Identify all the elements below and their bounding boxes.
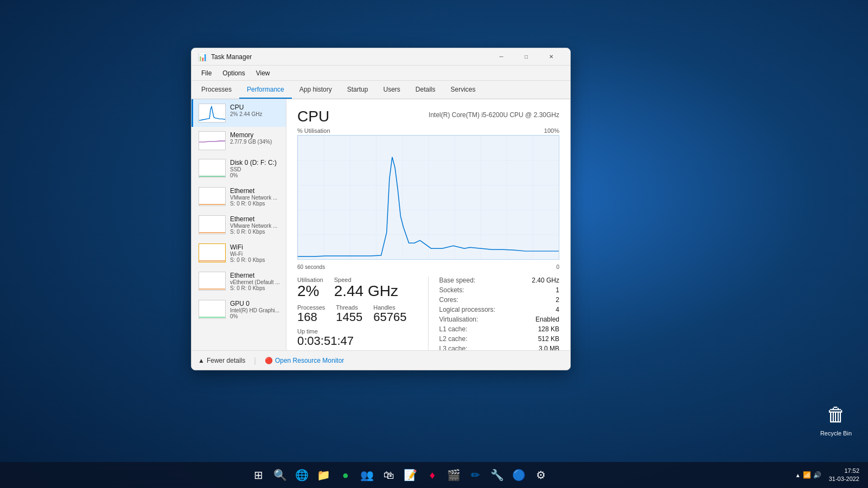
minimize-button[interactable]: ─ — [489, 48, 514, 66]
window-title: Task Manager — [211, 53, 489, 61]
vscode-icon[interactable]: ✏ — [466, 465, 486, 485]
graph-time-left: 60 seconds — [297, 264, 325, 270]
tab-details[interactable]: Details — [408, 81, 443, 99]
spec-l3-label: L3 cache: — [439, 345, 468, 350]
wifi-info: WiFi Wi-Fi S: 0 R: 0 Kbps — [230, 243, 280, 263]
tab-startup[interactable]: Startup — [340, 81, 376, 99]
spec-l3-value: 3.0 MB — [539, 345, 559, 350]
spec-logical-value: 4 — [556, 306, 559, 313]
proc-value: 168 — [297, 311, 325, 324]
fewer-details-btn[interactable]: ▲ Fewer details — [198, 357, 245, 364]
browser2-icon[interactable]: 🔵 — [509, 465, 529, 485]
cpu-panel-header: CPU Intel(R) Core(TM) i5-6200U CPU @ 2.3… — [297, 108, 559, 125]
disk-info: Disk 0 (D: F: C:) SSD 0% — [230, 159, 280, 178]
spec-sockets: Sockets: 1 — [439, 286, 560, 294]
speed-stat-value: 2.44 GHz — [334, 283, 398, 300]
taskbar-clock[interactable]: 17:52 31-03-2022 — [825, 467, 864, 484]
files-icon[interactable]: 📁 — [314, 465, 334, 485]
threads-label: Threads — [336, 304, 362, 311]
sidebar-item-ethernet2[interactable]: Ethernet VMware Network ... S: 0 R: 0 Kb… — [192, 211, 286, 239]
store-icon[interactable]: 🛍 — [379, 465, 399, 485]
cpu-sub: 2% 2.44 GHz — [230, 111, 280, 117]
search-button[interactable]: 🔍 — [271, 465, 290, 485]
spec-sockets-value: 1 — [556, 286, 559, 294]
sidebar-item-memory[interactable]: Memory 2.7/7.9 GB (34%) — [192, 127, 286, 155]
spec-cores-label: Cores: — [439, 296, 458, 304]
sidebar-item-wifi[interactable]: WiFi Wi-Fi S: 0 R: 0 Kbps — [192, 239, 286, 267]
teams-icon[interactable]: 👥 — [358, 465, 377, 485]
settings-icon[interactable]: ⚙ — [531, 465, 551, 485]
memory-sub: 2.7/7.9 GB (34%) — [230, 139, 280, 145]
graph-time-right: 0 — [556, 264, 559, 270]
tab-processes[interactable]: Processes — [194, 81, 239, 99]
tray-volume[interactable]: 🔊 — [813, 471, 821, 479]
spec-cores-value: 2 — [556, 296, 559, 304]
handles-group: Handles 65765 — [373, 304, 406, 324]
disk-sub2: 0% — [230, 172, 280, 178]
eth2-sub1: VMware Network ... — [230, 223, 280, 229]
game-icon[interactable]: ♦ — [423, 465, 442, 485]
task-manager-window: 📊 Task Manager ─ □ ✕ File Options View P… — [191, 48, 571, 370]
memory-thumb — [199, 131, 226, 150]
tab-services[interactable]: Services — [443, 81, 483, 99]
eth2-thumb — [199, 215, 226, 234]
spec-base-speed: Base speed: 2.40 GHz — [439, 277, 560, 284]
sidebar-item-disk[interactable]: Disk 0 (D: F: C:) SSD 0% — [192, 155, 286, 183]
spec-virt-value: Enabled — [535, 316, 559, 323]
resource-icon: 🔴 — [265, 357, 273, 364]
spec-l1: L1 cache: 128 KB — [439, 325, 560, 333]
eth1-name: Ethernet — [230, 187, 280, 195]
stats-left: Utilisation 2% Speed 2.44 GHz Proces — [297, 277, 429, 350]
recycle-bin[interactable]: 🗑 Recycle Bin — [820, 402, 852, 436]
gpu-info: GPU 0 Intel(R) HD Graphi... 0% — [230, 300, 280, 319]
fewer-details-label: Fewer details — [207, 357, 245, 364]
eth3-sub1: vEthernet (Default ... — [230, 279, 280, 285]
browser-icon[interactable]: 🌐 — [292, 465, 312, 485]
tab-performance[interactable]: Performance — [239, 81, 292, 99]
eth3-sub2: S: 0 R: 0 Kbps — [230, 285, 280, 291]
specs-panel: Base speed: 2.40 GHz Sockets: 1 Cores: 2 — [429, 277, 560, 350]
recycle-bin-icon: 🗑 — [823, 402, 849, 428]
uptime-group: Up time 0:03:51:47 — [297, 328, 417, 348]
tab-app-history[interactable]: App history — [292, 81, 340, 99]
desktop: 🗑 Recycle Bin 📊 Task Manager ─ □ ✕ File … — [0, 0, 868, 488]
sidebar-item-gpu[interactable]: GPU 0 Intel(R) HD Graphi... 0% — [192, 296, 286, 324]
sidebar-item-ethernet1[interactable]: Ethernet VMware Network ... S: 0 R: 0 Kb… — [192, 183, 286, 211]
menu-view[interactable]: View — [251, 67, 276, 79]
sidebar: CPU 2% 2.44 GHz Memory 2.7/7.9 GB (34%) — [192, 99, 286, 350]
start-button[interactable]: ⊞ — [249, 465, 269, 485]
cpu-title: CPU — [297, 108, 329, 125]
sidebar-item-ethernet3[interactable]: Ethernet vEthernet (Default ... S: 0 R: … — [192, 267, 286, 296]
spec-l1-label: L1 cache: — [439, 325, 468, 333]
util-label: % Utilisation — [297, 127, 330, 134]
tray-expand[interactable]: ▲ — [795, 472, 801, 478]
tab-users[interactable]: Users — [375, 81, 407, 99]
spec-logical: Logical processors: 4 — [439, 306, 560, 313]
tray-network[interactable]: 📶 — [803, 471, 811, 479]
menu-options[interactable]: Options — [217, 67, 250, 79]
menubar: File Options View — [192, 66, 570, 81]
util-speed-row: Utilisation 2% Speed 2.44 GHz — [297, 277, 417, 300]
open-resource-monitor-btn[interactable]: 🔴 Open Resource Monitor — [265, 357, 344, 364]
sidebar-item-cpu[interactable]: CPU 2% 2.44 GHz — [192, 99, 286, 127]
taskbar: ⊞ 🔍 🌐 📁 ● 👥 🛍 📝 ♦ 🎬 ✏ 🔧 🔵 ⚙ ▲ 📶 🔊 17:52 — [0, 462, 868, 488]
utilisation-group: Utilisation 2% — [297, 277, 323, 300]
notes-icon[interactable]: 📝 — [401, 465, 420, 485]
spec-base-speed-label: Base speed: — [439, 277, 476, 284]
tools-icon[interactable]: 🔧 — [488, 465, 507, 485]
wifi-name: WiFi — [230, 243, 280, 251]
spotify-icon[interactable]: ● — [336, 465, 355, 485]
spec-virt: Virtualisation: Enabled — [439, 316, 560, 323]
cpu-thumb — [199, 104, 226, 123]
eth3-name: Ethernet — [230, 272, 280, 279]
disk-name: Disk 0 (D: F: C:) — [230, 159, 280, 166]
footer: ▲ Fewer details | 🔴 Open Resource Monito… — [192, 350, 570, 370]
maximize-button[interactable]: □ — [514, 48, 539, 66]
media-icon[interactable]: 🎬 — [444, 465, 464, 485]
spec-l3: L3 cache: 3.0 MB — [439, 345, 560, 350]
system-tray: ▲ 📶 🔊 — [795, 471, 821, 479]
close-button[interactable]: ✕ — [539, 48, 564, 66]
menu-file[interactable]: File — [196, 67, 217, 79]
cpu-model: Intel(R) Core(TM) i5-6200U CPU @ 2.30GHz — [429, 111, 559, 119]
titlebar: 📊 Task Manager ─ □ ✕ — [192, 48, 570, 66]
